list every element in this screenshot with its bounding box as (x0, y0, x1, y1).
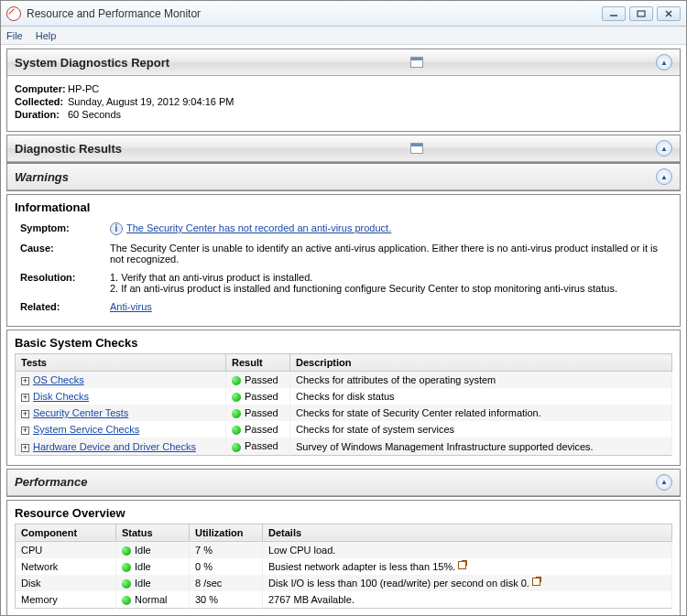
check-result: Passed (245, 391, 278, 402)
minimize-button[interactable] (602, 6, 626, 21)
panel-resource-overview: Resource Overview Component Status Utili… (6, 500, 681, 616)
menu-help[interactable]: Help (36, 30, 57, 41)
info-icon: i (110, 222, 123, 235)
status-dot-icon (232, 393, 241, 402)
th-util: Utilization (190, 524, 263, 541)
maximize-button[interactable] (629, 6, 653, 21)
app-icon (6, 6, 21, 21)
resource-util: 7 % (190, 541, 263, 558)
computer-label: Computer: (15, 83, 68, 94)
status-dot-icon (122, 563, 131, 572)
panel-warnings: Warnings ▲ (6, 163, 681, 191)
check-description: Checks for attributes of the operating s… (290, 372, 672, 389)
table-row: +OS ChecksPassedChecks for attributes of… (16, 372, 672, 389)
status-dot-icon (122, 596, 131, 605)
report-meta: Computer:HP-PC Collected:Sunday, August … (7, 76, 680, 131)
expand-icon[interactable]: + (21, 394, 29, 402)
checks-table: Tests Result Description +OS ChecksPasse… (15, 353, 672, 455)
resource-title: Resource Overview (15, 506, 672, 524)
panel-informational: Informational Symptom: iThe Security Cen… (6, 194, 681, 327)
panel-performance: Performance ▲ (6, 469, 681, 497)
panel-header-performance[interactable]: Performance ▲ (7, 470, 680, 496)
panel-header-diag-results[interactable]: Diagnostic Results ▲ (7, 135, 680, 162)
collected-label: Collected: (15, 96, 68, 107)
panel-diagnostics-report: System Diagnostics Report ▲ Computer:HP-… (6, 49, 681, 132)
check-result: Passed (245, 424, 278, 435)
cause-text: The Security Center is unable to identif… (106, 240, 671, 267)
check-description: Checks for disk status (290, 388, 672, 405)
panel-diagnostic-results: Diagnostic Results ▲ (6, 135, 681, 163)
th-status: Status (116, 524, 190, 541)
check-description: Survey of Windows Management Infrastruct… (290, 438, 672, 455)
panel-header-warnings[interactable]: Warnings ▲ (7, 164, 680, 190)
calendar-icon (410, 143, 423, 154)
expand-icon[interactable]: + (21, 410, 29, 418)
check-test-link[interactable]: Hardware Device and Driver Checks (33, 441, 196, 452)
cause-label: Cause: (16, 240, 104, 267)
collapse-button[interactable]: ▲ (656, 140, 672, 157)
th-result: Result (226, 354, 290, 372)
panel-header-diagnostics[interactable]: System Diagnostics Report ▲ (7, 49, 680, 76)
collapse-button[interactable]: ▲ (656, 54, 672, 70)
status-dot-icon (122, 546, 131, 556)
resource-component: Disk (16, 575, 116, 591)
collapse-button[interactable]: ▲ (656, 474, 672, 491)
resource-component: CPU (16, 541, 116, 558)
collapse-button[interactable]: ▲ (656, 168, 672, 185)
close-button[interactable] (657, 6, 681, 21)
th-component: Component (16, 524, 116, 541)
calendar-icon (410, 57, 423, 68)
table-row: NetworkIdle0 %Busiest network adapter is… (16, 558, 672, 575)
symptom-label: Symptom: (16, 220, 104, 238)
check-result: Passed (245, 407, 278, 418)
related-link[interactable]: Anti-virus (110, 301, 152, 312)
th-tests: Tests (16, 354, 226, 372)
resource-status: Idle (135, 545, 151, 556)
checks-title: Basic System Checks (15, 336, 672, 353)
menu-file[interactable]: File (6, 30, 23, 41)
resource-table: Component Status Utilization Details CPU… (15, 524, 672, 609)
table-row: +Security Center TestsPassedChecks for s… (16, 405, 672, 421)
warnings-title: Warnings (15, 170, 656, 184)
resource-util: 0 % (190, 558, 263, 575)
resource-util: 8 /sec (190, 575, 263, 591)
content-area: System Diagnostics Report ▲ Computer:HP-… (1, 45, 686, 616)
resource-component: Network (16, 558, 116, 575)
check-test-link[interactable]: OS Checks (33, 374, 84, 385)
resource-details: Busiest network adapter is less than 15%… (268, 561, 455, 572)
status-dot-icon (232, 409, 241, 418)
window-buttons (602, 6, 681, 21)
diag-title: Diagnostic Results (15, 142, 656, 156)
duration-value: 60 Seconds (68, 109, 121, 120)
external-link-icon[interactable] (458, 561, 466, 569)
resource-status: Normal (135, 594, 167, 605)
informational-table: Symptom: iThe Security Center has not re… (15, 218, 672, 317)
status-dot-icon (232, 426, 241, 435)
resolution-label: Resolution: (16, 269, 104, 297)
expand-icon[interactable]: + (21, 427, 29, 435)
check-test-link[interactable]: System Service Checks (33, 424, 139, 435)
status-dot-icon (232, 443, 241, 452)
table-row: CPUIdle7 %Low CPU load. (16, 541, 672, 558)
collected-value: Sunday, August 19, 2012 9:04:16 PM (68, 96, 234, 107)
check-description: Checks for state of system services (290, 421, 672, 438)
svg-rect-1 (638, 11, 645, 16)
performance-title: Performance (15, 475, 656, 489)
th-details: Details (263, 524, 672, 541)
resource-status: Idle (135, 561, 151, 572)
expand-icon[interactable]: + (21, 444, 29, 452)
titlebar: Resource and Performance Monitor (1, 1, 686, 27)
window-title: Resource and Performance Monitor (27, 7, 602, 20)
expand-icon[interactable]: + (21, 377, 29, 385)
resource-details: Low CPU load. (268, 545, 335, 556)
symptom-link[interactable]: The Security Center has not recorded an … (126, 222, 391, 233)
external-link-icon[interactable] (532, 578, 540, 586)
table-row: +System Service ChecksPassedChecks for s… (16, 421, 672, 438)
check-test-link[interactable]: Security Center Tests (33, 407, 128, 418)
check-test-link[interactable]: Disk Checks (33, 391, 89, 402)
status-dot-icon (122, 579, 131, 589)
resolution-2: 2. If an anti-virus product is installed… (110, 283, 667, 294)
resolution-1: 1. Verify that an anti-virus product is … (110, 272, 667, 283)
check-description: Checks for state of Security Center rela… (290, 405, 672, 421)
resource-component: Memory (16, 591, 116, 609)
